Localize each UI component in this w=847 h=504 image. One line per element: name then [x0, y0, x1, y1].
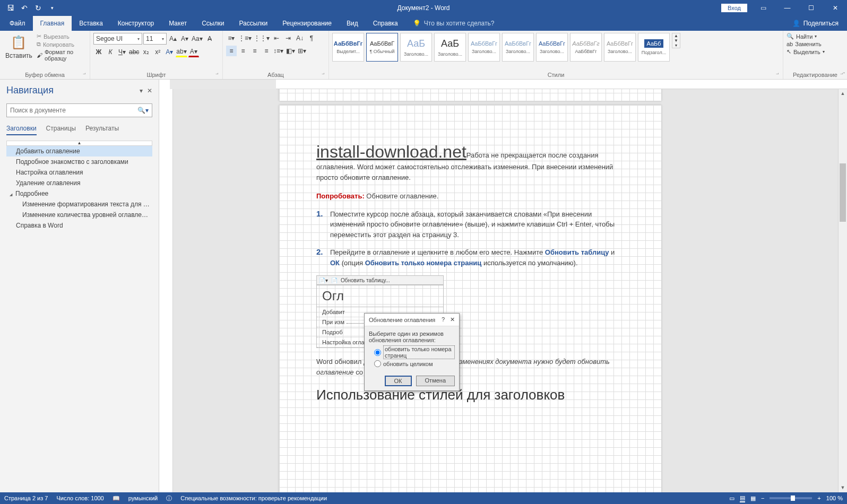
radio-entire-table[interactable]: обновить целиком: [374, 360, 455, 367]
toc-settings-icon[interactable]: 📄▾: [319, 277, 328, 283]
close-icon[interactable]: ✕: [823, 0, 847, 16]
select-button[interactable]: ↖Выделить▾: [786, 48, 825, 55]
copy-button[interactable]: ⧉Копировать: [37, 41, 87, 48]
nav-item-expandable[interactable]: Подробнее: [6, 188, 152, 199]
radio-page-numbers-only[interactable]: обновить только номера страниц: [374, 345, 455, 359]
style-gallery-item[interactable]: АаБбВвГгВыделит...: [332, 33, 364, 62]
scroll-thumb[interactable]: [840, 163, 846, 222]
font-size-combo[interactable]: 11▾: [143, 33, 167, 45]
share-button[interactable]: Поделиться: [803, 20, 839, 27]
line-spacing-icon[interactable]: ↕≡▾: [273, 46, 284, 56]
superscript-button[interactable]: x²: [152, 47, 163, 57]
nav-item[interactable]: Изменение количества уровней оглавления: [6, 210, 152, 220]
tab-view[interactable]: Вид: [339, 16, 366, 31]
qat-customize-icon[interactable]: ▾: [46, 2, 58, 14]
numbering-icon[interactable]: ⋮≡▾: [238, 33, 252, 44]
ribbon-display-icon[interactable]: ▭: [751, 0, 775, 16]
tab-insert[interactable]: Вставка: [72, 16, 110, 31]
accessibility-icon[interactable]: ⓘ: [166, 494, 172, 502]
nav-close-icon[interactable]: ✕: [147, 87, 152, 94]
increase-indent-icon[interactable]: ⇥: [283, 33, 293, 44]
font-name-combo[interactable]: Segoe UI▾: [93, 33, 142, 45]
view-print-icon[interactable]: ▤: [740, 494, 745, 502]
font-color-icon[interactable]: A▾: [188, 47, 199, 57]
tab-review[interactable]: Рецензирование: [275, 16, 339, 31]
paste-button[interactable]: 📋 Вставить: [3, 33, 34, 60]
collapse-ribbon-icon[interactable]: ˇ: [843, 72, 845, 78]
nav-tab-results[interactable]: Результаты: [85, 125, 119, 135]
nav-item[interactable]: Справка в Word: [6, 220, 152, 231]
nav-item[interactable]: Удаление оглавления: [6, 178, 152, 188]
shrink-font-icon[interactable]: A▾: [179, 33, 190, 44]
dialog-close-icon[interactable]: ✕: [450, 316, 455, 323]
justify-icon[interactable]: ≡: [261, 46, 272, 56]
clear-format-icon[interactable]: A̶: [204, 33, 215, 44]
zoom-out-icon[interactable]: −: [761, 495, 764, 501]
multilevel-icon[interactable]: ⋮⋮▾: [253, 33, 270, 44]
status-page[interactable]: Страница 2 из 7: [4, 495, 48, 501]
styles-scroll-down-icon[interactable]: ▼: [672, 38, 680, 43]
nav-search-box[interactable]: 🔍▾: [6, 103, 152, 117]
nav-search-input[interactable]: [10, 107, 137, 114]
scroll-down-icon[interactable]: ▼: [839, 483, 847, 492]
tab-help[interactable]: Справка: [366, 16, 405, 31]
zoom-level[interactable]: 100 %: [826, 495, 843, 501]
sort-icon[interactable]: A↓: [295, 33, 305, 44]
tab-mailings[interactable]: Рассылки: [231, 16, 275, 31]
style-gallery-item[interactable]: АаБбВвГгЗаголово...: [536, 33, 568, 62]
dialog-help-icon[interactable]: ?: [442, 316, 445, 323]
style-gallery-item[interactable]: АаБЗаголово...: [434, 33, 466, 62]
status-accessibility[interactable]: Специальные возможности: проверьте реком…: [180, 495, 327, 501]
zoom-slider[interactable]: [770, 497, 812, 499]
styles-more-icon[interactable]: ▾: [672, 43, 680, 48]
style-gallery-item[interactable]: АаБбВвГ¶ Обычный: [366, 33, 398, 62]
show-marks-icon[interactable]: ¶: [306, 33, 317, 44]
nav-item[interactable]: Подробное знакомство с заголовками: [6, 157, 152, 167]
highlight-icon[interactable]: ab▾: [176, 47, 187, 57]
bold-button[interactable]: Ж: [93, 47, 104, 57]
find-button[interactable]: 🔍Найти▾: [786, 33, 825, 40]
replace-button[interactable]: abЗаменить: [786, 41, 825, 47]
ok-button[interactable]: ОК: [385, 376, 412, 386]
nav-item[interactable]: Настройка оглавления: [6, 167, 152, 178]
horizontal-ruler[interactable]: [170, 80, 847, 89]
tab-layout[interactable]: Макет: [161, 16, 194, 31]
align-left-icon[interactable]: ≡: [226, 46, 237, 56]
tab-file[interactable]: Файл: [2, 16, 33, 31]
style-gallery-item[interactable]: АаБбВвГгЗаголово...: [604, 33, 636, 62]
nav-dropdown-icon[interactable]: ▾: [140, 87, 143, 94]
style-gallery-item[interactable]: АаБбВвГгАаБбВвГг: [570, 33, 602, 62]
update-toc-icon[interactable]: 📄: [331, 277, 338, 283]
search-icon[interactable]: 🔍▾: [137, 107, 149, 114]
tell-me-search[interactable]: 💡 Что вы хотите сделать?: [405, 16, 502, 31]
status-language[interactable]: румынский: [128, 495, 158, 501]
vertical-scrollbar[interactable]: ▲ ▼: [838, 89, 847, 492]
zoom-in-icon[interactable]: +: [817, 495, 820, 501]
cut-button[interactable]: ✂Вырезать: [37, 33, 87, 40]
style-gallery-item[interactable]: АаБбВвГгЗаголово...: [502, 33, 534, 62]
format-painter-button[interactable]: 🖌Формат по образцу: [37, 49, 87, 62]
nav-tab-headings[interactable]: Заголовки: [6, 125, 37, 135]
tab-design[interactable]: Конструктор: [110, 16, 161, 31]
save-icon[interactable]: 🖫: [4, 2, 17, 14]
grow-font-icon[interactable]: A▴: [168, 33, 178, 44]
italic-button[interactable]: К: [105, 47, 116, 57]
vertical-ruler[interactable]: [163, 89, 173, 492]
strike-button[interactable]: abc: [128, 47, 140, 57]
style-gallery-item[interactable]: АаБбПодзагол...: [638, 33, 670, 62]
tab-home[interactable]: Главная: [33, 16, 72, 31]
status-word-count[interactable]: Число слов: 1000: [56, 495, 103, 501]
style-gallery-item[interactable]: АаБЗаголово...: [400, 33, 432, 62]
underline-button[interactable]: Ч▾: [117, 47, 127, 57]
redo-icon[interactable]: ↻: [32, 2, 45, 14]
align-right-icon[interactable]: ≡: [249, 46, 260, 56]
minimize-icon[interactable]: —: [775, 0, 799, 16]
bullets-icon[interactable]: ≡▾: [226, 33, 237, 44]
align-center-icon[interactable]: ≡: [238, 46, 248, 56]
undo-icon[interactable]: ↶: [18, 2, 31, 14]
text-effects-icon[interactable]: A▾: [164, 47, 175, 57]
maximize-icon[interactable]: ☐: [799, 0, 823, 16]
styles-scroll-up-icon[interactable]: ▲: [672, 33, 680, 38]
spellcheck-icon[interactable]: 📖: [113, 495, 120, 502]
subscript-button[interactable]: x₂: [141, 47, 151, 57]
